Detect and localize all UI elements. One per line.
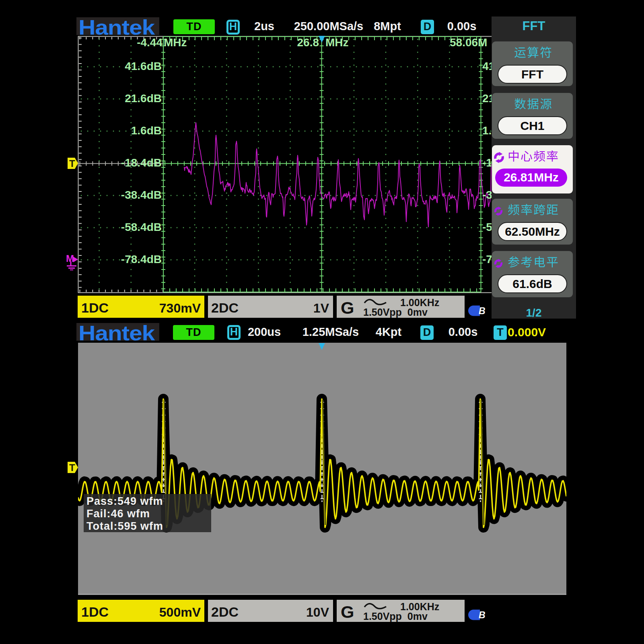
svg-text:B: B (479, 610, 486, 620)
svg-text:T: T (69, 462, 75, 473)
